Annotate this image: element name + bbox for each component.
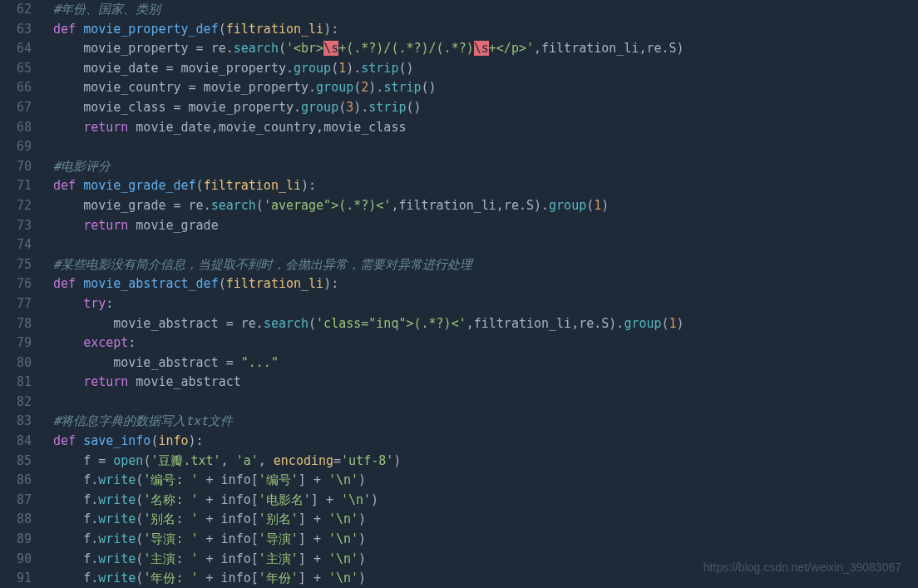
token-punct	[333, 492, 341, 507]
token-method: search	[211, 198, 256, 213]
token-punct: (	[196, 178, 204, 193]
code-line[interactable]: movie_abstract = re.search('class="inq">…	[53, 314, 918, 334]
token-punct: .	[256, 316, 264, 331]
token-var: filtration_li	[474, 316, 571, 331]
code-line[interactable]: f.write('编号: ' + info['编号'] + '\n')	[53, 471, 918, 491]
code-line[interactable]: movie_property = re.search('<br>\s+(.*?)…	[53, 39, 918, 59]
token-comment: #年份、国家、类别	[53, 2, 160, 17]
token-param: encoding	[274, 453, 333, 468]
code-line[interactable]: movie_grade = re.search('average">(.*?)<…	[53, 196, 918, 216]
token-punct: ]	[299, 551, 313, 566]
token-var: S	[526, 198, 534, 213]
code-line[interactable]: f = open('豆瓣.txt', 'a', encoding='utf-8'…	[53, 452, 918, 472]
token-punct: ):	[323, 22, 338, 37]
code-line[interactable]: try:	[53, 294, 918, 314]
token-number: 1	[594, 198, 601, 213]
code-editor[interactable]: 6263646566676869707172737475767778798081…	[0, 0, 918, 588]
token-string: '别名: '	[143, 511, 198, 526]
line-number: 62	[0, 0, 43, 20]
code-line[interactable]: movie_class = movie_property.group(3).st…	[53, 98, 918, 118]
token-punct: (	[331, 61, 338, 76]
token-param: filtration_li	[226, 276, 323, 291]
token-op: +	[206, 551, 214, 566]
token-punct: )	[393, 453, 401, 468]
token-string: '别名'	[259, 511, 299, 526]
line-number: 76	[0, 274, 43, 294]
token-punct: )	[677, 316, 684, 331]
token-punct	[214, 472, 221, 487]
token-number: 2	[361, 80, 368, 95]
token-punct: )	[371, 492, 378, 507]
token-var: re	[181, 198, 204, 213]
line-number: 78	[0, 314, 43, 334]
token-string: '\n'	[341, 492, 371, 507]
token-punct: ()	[406, 100, 421, 115]
code-line[interactable]: #某些电影没有简介信息，当提取不到时，会抛出异常，需要对异常进行处理	[53, 255, 918, 275]
line-number: 88	[0, 510, 43, 530]
code-line[interactable]: #将信息字典的数据写入txt文件	[53, 412, 918, 432]
token-string: '\n'	[328, 472, 358, 487]
token-var: movie_abstract	[113, 316, 225, 331]
code-line[interactable]: except:	[53, 334, 918, 353]
token-punct	[76, 276, 83, 291]
code-area[interactable]: #年份、国家、类别def movie_property_def(filtrati…	[43, 0, 918, 588]
token-punct: .	[308, 80, 316, 95]
token-var: movie_class	[83, 100, 173, 115]
token-method: open	[113, 453, 143, 468]
token-method: write	[98, 511, 136, 526]
token-punct: )	[358, 551, 366, 566]
code-line[interactable]: return movie_date,movie_country,movie_cl…	[53, 118, 918, 138]
code-line[interactable]: #年份、国家、类别	[53, 0, 918, 20]
code-line[interactable]: return movie_grade	[53, 216, 918, 236]
code-line[interactable]: movie_date = movie_property.group(1).str…	[53, 59, 918, 79]
code-line[interactable]: f.write('导演: ' + info['导演'] + '\n')	[53, 530, 918, 550]
token-var: movie_property	[196, 80, 308, 95]
code-line[interactable]: def movie_grade_def(filtration_li):	[53, 176, 918, 196]
token-punct: ):	[301, 178, 316, 193]
code-line[interactable]: #电影评分	[53, 157, 918, 177]
token-comment: #某些电影没有简介信息，当提取不到时，会抛出异常，需要对异常进行处理	[53, 257, 472, 272]
token-op: +	[326, 492, 333, 507]
code-line[interactable]: def movie_property_def(filtration_li):	[53, 20, 918, 40]
token-var: movie_grade	[128, 218, 218, 233]
token-punct: [	[251, 551, 259, 566]
line-number: 67	[0, 98, 43, 118]
token-punct	[234, 355, 241, 370]
token-punct: (	[308, 316, 316, 331]
token-punct: )	[677, 41, 684, 56]
token-var: info	[221, 531, 251, 546]
token-method: write	[98, 472, 136, 487]
code-line[interactable]: f.write('别名: ' + info['别名'] + '\n')	[53, 510, 918, 530]
token-keyword: def	[53, 22, 76, 37]
token-punct: ,	[534, 41, 541, 56]
code-line[interactable]: movie_abstract = "..."	[53, 353, 918, 373]
line-number: 69	[0, 137, 43, 157]
code-line[interactable]: return movie_abstract	[53, 373, 918, 393]
token-string: '导演'	[259, 531, 299, 546]
code-line[interactable]	[53, 137, 918, 157]
token-op: +	[313, 531, 321, 546]
token-var: movie_property	[174, 61, 286, 76]
code-line[interactable]: def save_info(info):	[53, 432, 918, 452]
code-line[interactable]	[53, 235, 918, 255]
token-var: info	[221, 551, 251, 566]
token-punct: (	[256, 198, 264, 213]
token-punct: ]	[299, 511, 313, 526]
token-string: 'average">(.*?)<'	[264, 198, 392, 213]
token-punct	[199, 531, 206, 546]
token-op: +	[313, 551, 321, 566]
token-var: movie_country	[83, 80, 188, 95]
code-line[interactable]: def movie_abstract_def(filtration_li):	[53, 274, 918, 294]
code-line[interactable]	[53, 393, 918, 413]
code-line[interactable]: movie_country = movie_property.group(2).…	[53, 78, 918, 98]
token-method: write	[98, 551, 136, 566]
token-var: movie_date	[83, 61, 165, 76]
token-punct	[321, 551, 328, 566]
token-punct: ,	[466, 316, 474, 331]
token-punct: ()	[422, 80, 437, 95]
token-string: '编号'	[259, 472, 299, 487]
token-punct	[214, 511, 221, 526]
code-line[interactable]: f.write('名称: ' + info['电影名'] + '\n')	[53, 491, 918, 511]
token-string: '\n'	[328, 551, 358, 566]
token-var: info	[221, 492, 251, 507]
